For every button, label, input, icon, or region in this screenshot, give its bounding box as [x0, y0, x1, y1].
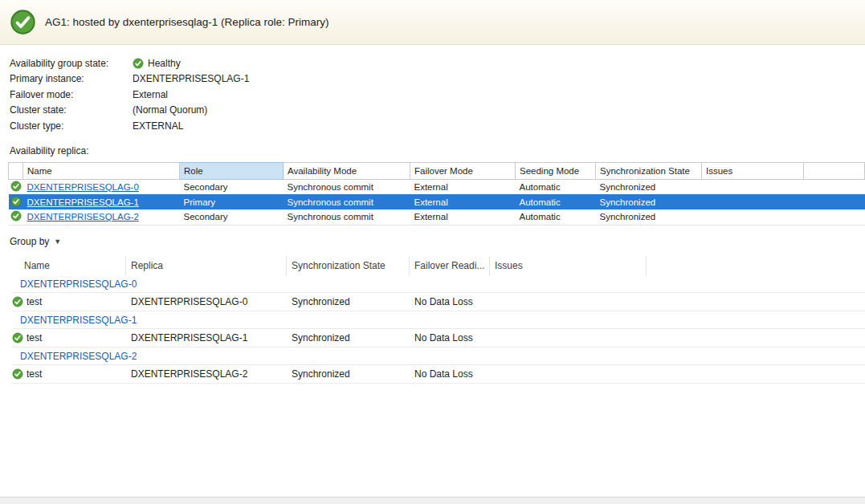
replica-failover-mode-cell: External: [410, 194, 516, 209]
summary-row: Primary instance:DXENTERPRISESQLAG-1: [10, 71, 855, 87]
replica-sync-state-cell: Synchronized: [596, 179, 702, 194]
database-name: test: [27, 368, 42, 380]
availability-replica-table: NameRoleAvailability ModeFailover ModeSe…: [8, 162, 865, 226]
availability-replica-label: Availability replica:: [10, 145, 855, 156]
database-column-header[interactable]: Synchronization State: [287, 256, 410, 275]
summary-value-text: DXENTERPRISESQLAG-1: [133, 73, 249, 84]
replica-role-cell: Secondary: [180, 209, 284, 225]
replica-name-cell: DXENTERPRISESQLAG-1: [23, 194, 180, 209]
replica-sync-state-cell: Synchronized: [596, 194, 702, 209]
database-table: NameReplicaSynchronization StateFailover…: [12, 256, 865, 384]
summary-label: Failover mode:: [10, 89, 133, 100]
summary-value-text: External: [133, 89, 168, 100]
database-row[interactable]: testDXENTERPRISESQLAG-1SynchronizedNo Da…: [12, 329, 865, 348]
replica-availability-mode-cell: Synchronous commit: [284, 194, 410, 209]
database-group-row[interactable]: DXENTERPRISESQLAG-1: [12, 311, 865, 329]
database-name-cell: test: [12, 296, 126, 307]
database-group-row[interactable]: DXENTERPRISESQLAG-2: [12, 348, 865, 365]
summary-value-text: (Normal Quorum): [133, 104, 207, 116]
replica-row[interactable]: DXENTERPRISESQLAG-0SecondarySynchronous …: [9, 179, 865, 194]
database-column-header[interactable]: Replica: [126, 256, 287, 275]
summary-label: Primary instance:: [10, 73, 133, 84]
healthy-check-icon: [10, 181, 22, 192]
replica-availability-mode-cell: Synchronous commit: [284, 179, 410, 194]
replica-failover-mode-cell: External: [410, 179, 516, 194]
summary-label: Cluster type:: [10, 120, 133, 132]
database-failover-readiness-cell: No Data Loss: [410, 368, 490, 380]
summary-value: (Normal Quorum): [133, 104, 207, 116]
replica-row-filler: [804, 209, 865, 225]
replica-header-filler: [804, 162, 865, 179]
summary-row: Failover mode:External: [10, 87, 855, 103]
summary-value-text: EXTERNAL: [133, 120, 183, 132]
replica-role-cell: Primary: [180, 194, 284, 209]
healthy-check-icon: [12, 332, 23, 343]
summary-label: Cluster state:: [10, 104, 133, 116]
replica-seeding-mode-cell: Automatic: [516, 179, 596, 194]
database-name: test: [27, 332, 42, 343]
ag-dashboard: AG1: hosted by dxenterprisesqlag-1 (Repl…: [0, 0, 865, 384]
replica-row[interactable]: DXENTERPRISESQLAG-2SecondarySynchronous …: [9, 209, 865, 225]
ag-healthy-status-icon: [10, 9, 36, 35]
replica-row[interactable]: DXENTERPRISESQLAG-1PrimarySynchronous co…: [9, 194, 865, 209]
replica-failover-mode-cell: External: [410, 209, 516, 225]
database-column-header[interactable]: Name: [12, 256, 126, 275]
database-replica-cell: DXENTERPRISESQLAG-0: [126, 296, 287, 307]
dashboard-title: AG1: hosted by dxenterprisesqlag-1 (Repl…: [45, 16, 328, 28]
replica-column-header[interactable]: Failover Mode: [410, 162, 516, 179]
healthy-check-icon: [12, 296, 23, 307]
healthy-check-icon: [10, 210, 22, 222]
dashboard-header: AG1: hosted by dxenterprisesqlag-1 (Repl…: [0, 0, 865, 45]
replica-name-link[interactable]: DXENTERPRISESQLAG-1: [27, 197, 139, 207]
database-name-cell: test: [12, 368, 126, 380]
database-sync-state-cell: Synchronized: [287, 296, 410, 307]
replica-header-row: NameRoleAvailability ModeFailover ModeSe…: [9, 162, 865, 179]
database-column-header[interactable]: Failover Readi...: [410, 256, 490, 275]
replica-column-header[interactable]: Issues: [702, 162, 804, 179]
summary-value: DXENTERPRISESQLAG-1: [133, 73, 249, 84]
database-sync-state-cell: Synchronized: [287, 332, 410, 343]
replica-name-cell: DXENTERPRISESQLAG-2: [23, 209, 180, 225]
healthy-check-icon: [133, 58, 144, 69]
replica-name-cell: DXENTERPRISESQLAG-0: [23, 179, 180, 194]
database-failover-readiness-cell: No Data Loss: [410, 332, 490, 343]
replica-seeding-mode-cell: Automatic: [516, 209, 596, 225]
replica-sync-state-cell: Synchronized: [596, 209, 702, 225]
database-name: test: [27, 296, 42, 307]
replica-column-header[interactable]: Seeding Mode: [516, 162, 596, 179]
replica-row-filler: [804, 179, 865, 194]
database-header-filler: [647, 256, 865, 275]
summary-row: Availability group state:Healthy: [10, 55, 855, 71]
summary-value: EXTERNAL: [133, 120, 183, 132]
chevron-down-icon: ▼: [54, 237, 61, 246]
replica-seeding-mode-cell: Automatic: [516, 194, 596, 209]
replica-status-cell: [9, 209, 23, 225]
healthy-check-icon: [10, 196, 22, 207]
horizontal-scrollbar-track[interactable]: [0, 497, 865, 504]
database-replica-cell: DXENTERPRISESQLAG-1: [126, 332, 287, 343]
summary-value: External: [133, 89, 168, 100]
summary-value: Healthy: [133, 58, 181, 69]
database-name-cell: test: [12, 332, 126, 343]
database-group-row[interactable]: DXENTERPRISESQLAG-0: [12, 275, 865, 293]
replica-issues-cell: [702, 194, 804, 209]
replica-row-filler: [804, 194, 865, 209]
replica-column-header[interactable]: Role: [180, 162, 284, 179]
summary-row: Cluster state:(Normal Quorum): [10, 103, 855, 119]
group-by-button[interactable]: Group by ▼: [10, 236, 61, 247]
replica-column-header[interactable]: Name: [23, 162, 180, 179]
replica-name-link[interactable]: DXENTERPRISESQLAG-2: [27, 212, 139, 222]
replica-issues-cell: [702, 209, 804, 225]
healthy-check-icon: [12, 368, 23, 380]
database-sync-state-cell: Synchronized: [287, 368, 410, 380]
summary-row: Cluster type:EXTERNAL: [10, 118, 855, 134]
database-row[interactable]: testDXENTERPRISESQLAG-2SynchronizedNo Da…: [12, 365, 865, 384]
replica-column-header[interactable]: Availability Mode: [284, 162, 410, 179]
replica-name-link[interactable]: DXENTERPRISESQLAG-0: [27, 182, 139, 192]
replica-status-cell: [9, 194, 23, 209]
database-replica-cell: DXENTERPRISESQLAG-2: [126, 368, 287, 380]
database-column-header[interactable]: Issues: [490, 256, 647, 275]
database-row[interactable]: testDXENTERPRISESQLAG-0SynchronizedNo Da…: [12, 293, 865, 311]
summary-label: Availability group state:: [10, 58, 133, 69]
replica-column-header[interactable]: Synchronization State: [596, 162, 702, 179]
